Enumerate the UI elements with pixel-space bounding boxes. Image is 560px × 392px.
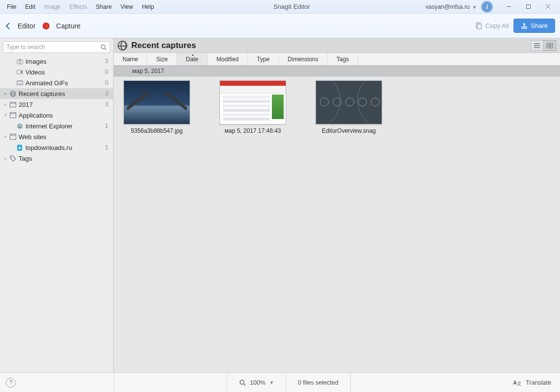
globe-icon: [118, 41, 127, 50]
translate-icon: A文: [513, 379, 522, 387]
content-header: Recent captures: [114, 38, 560, 53]
date-group-header[interactable]: мар 5, 2017: [114, 66, 560, 76]
translate-label: Translate: [526, 379, 551, 386]
magnifier-icon: [239, 379, 246, 386]
svg-rect-13: [17, 81, 23, 85]
thumbnail-item[interactable]: мар 5, 2017 17:46:43: [219, 80, 287, 134]
menu-file[interactable]: File: [3, 1, 20, 12]
copy-icon: [475, 22, 483, 30]
back-button[interactable]: [5, 22, 11, 30]
tree-item-topdownloads-ru[interactable]: topdownloads.ru1: [0, 142, 113, 153]
svg-rect-6: [522, 27, 527, 28]
sidebar: Images3Videos0Animated GIFs0▹Recent capt…: [0, 38, 114, 372]
search-input[interactable]: [6, 44, 100, 50]
tree-item-tags[interactable]: ▹Tags: [0, 153, 113, 164]
menu-share[interactable]: Share: [92, 1, 116, 12]
status-bar: ? 100% ▼ 0 files selected A文 Translate: [0, 372, 560, 392]
expander-icon: ▹: [2, 156, 9, 161]
tree-item-videos[interactable]: Videos0: [0, 67, 113, 77]
tree-item-label: Videos: [25, 69, 105, 76]
tree-item-applications[interactable]: ▿Applications: [0, 110, 113, 121]
tree-item-animated-gifs[interactable]: Animated GIFs0: [0, 77, 113, 88]
column-name[interactable]: Name: [114, 53, 147, 65]
column-modified[interactable]: Modified: [208, 53, 248, 65]
record-icon: [43, 23, 49, 29]
title-bar: File Edit Image Effects Share View Help …: [0, 0, 560, 14]
window-title: Snagit Editor: [158, 3, 425, 10]
share-icon: [521, 23, 528, 29]
user-email: vasyan@mfsa.ru: [426, 3, 470, 10]
tree-item-count: 3: [105, 58, 108, 65]
selection-status: 0 files selected: [286, 379, 350, 386]
main-toolbar: Editor Capture Copy All Share: [0, 14, 560, 38]
column-size[interactable]: Size: [147, 53, 177, 65]
column-type[interactable]: Type: [248, 53, 279, 65]
translate-button[interactable]: A文 Translate: [513, 379, 560, 387]
expander-icon: ▿: [2, 113, 9, 118]
column-tags[interactable]: Tags: [328, 53, 358, 65]
chevron-down-icon: ▼: [269, 380, 274, 385]
search-box[interactable]: [3, 41, 110, 53]
maximize-button[interactable]: [520, 1, 536, 12]
tree-item-label: Internet Explorer: [25, 122, 105, 130]
tree-item-label: Recent captures: [19, 90, 105, 98]
window-icon: [9, 112, 17, 118]
window-icon: [9, 134, 17, 140]
tree-item-web-sites[interactable]: ▿Web sites: [0, 131, 113, 142]
editor-tab[interactable]: Editor: [18, 22, 36, 30]
info-icon[interactable]: i: [482, 1, 492, 12]
site-icon: [16, 145, 24, 151]
content-pane: Recent captures NameSizeDateModifiedType…: [114, 38, 560, 372]
svg-rect-1: [526, 5, 530, 9]
tag-icon: [9, 155, 17, 162]
minimize-button[interactable]: [500, 1, 517, 12]
camera-icon: [16, 59, 24, 64]
tree-item-label: Tags: [19, 155, 108, 162]
svg-rect-21: [10, 102, 16, 107]
svg-rect-36: [550, 46, 553, 48]
thumbnail-image: [316, 80, 382, 124]
capture-tab[interactable]: Capture: [56, 22, 81, 30]
grid-icon: [546, 43, 553, 49]
close-button[interactable]: [539, 1, 556, 12]
ie-icon: [16, 123, 24, 129]
column-date[interactable]: Date: [177, 53, 207, 65]
thumbnail-grid: 5356a3b88b547.jpgмар 5, 2017 17:46:43Edi…: [114, 76, 560, 372]
tree-item-count: 0: [105, 79, 108, 86]
svg-point-10: [19, 61, 21, 63]
view-toggle: [531, 40, 556, 51]
list-view-button[interactable]: [531, 40, 543, 51]
help-button[interactable]: ?: [6, 378, 16, 388]
tree-item-count: 1: [105, 144, 108, 151]
copy-all-button[interactable]: Copy All: [475, 22, 509, 30]
list-icon: [534, 43, 540, 49]
tree-item-images[interactable]: Images3: [0, 56, 113, 67]
menu-edit[interactable]: Edit: [21, 1, 39, 12]
user-menu[interactable]: vasyan@mfsa.ru ▼: [426, 3, 477, 10]
thumbnail-image: [123, 80, 190, 124]
svg-rect-34: [550, 43, 553, 45]
menu-image: Image: [40, 1, 64, 12]
menu-view[interactable]: View: [117, 1, 137, 12]
zoom-value: 100%: [250, 379, 266, 386]
tree-item-count: 1: [105, 122, 108, 129]
share-button[interactable]: Share: [513, 19, 555, 33]
thumbnail-item[interactable]: EditorOverview.snag: [315, 80, 383, 134]
menu-effects: Effects: [65, 1, 91, 12]
tree-item-label: 2017: [19, 101, 105, 108]
tree-item-label: Animated GIFs: [25, 79, 105, 87]
column-dimensions[interactable]: Dimensions: [279, 53, 328, 65]
globe-icon: [9, 91, 17, 97]
tree-item-internet-explorer[interactable]: Internet Explorer1: [0, 121, 113, 131]
thumbnail-item[interactable]: 5356a3b88b547.jpg: [122, 80, 191, 134]
tree-item-2017[interactable]: ▹20173: [0, 99, 113, 110]
grid-view-button[interactable]: [543, 40, 556, 51]
menu-help[interactable]: Help: [138, 1, 158, 12]
tree-item-recent-captures[interactable]: ▹Recent captures3: [0, 88, 113, 99]
zoom-control[interactable]: 100% ▼: [227, 379, 286, 386]
search-icon: [100, 44, 107, 50]
svg-rect-33: [547, 43, 549, 45]
svg-rect-9: [17, 60, 23, 64]
thumbnail-caption: мар 5, 2017 17:46:43: [224, 127, 281, 134]
thumbnail-image: [219, 80, 286, 124]
